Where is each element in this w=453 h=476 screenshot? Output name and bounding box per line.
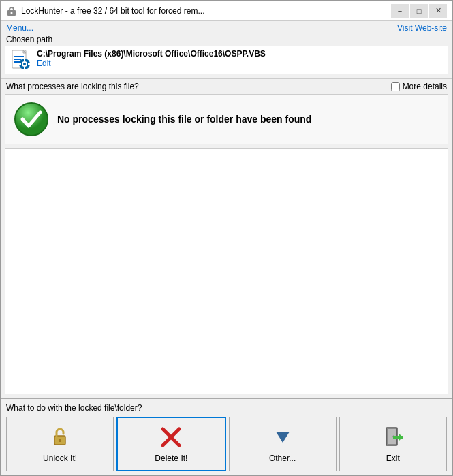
status-message: No processes locking this file or folder…	[57, 114, 311, 125]
menubar: Menu... Visit Web-site	[1, 21, 452, 35]
svg-marker-21	[276, 432, 290, 443]
titlebar: LockHunter - a free 32 / 64 bit tool for…	[1, 1, 452, 21]
main-window: LockHunter - a free 32 / 64 bit tool for…	[0, 0, 453, 476]
bottom-question: What to do with the locked file\folder?	[6, 403, 447, 413]
svg-point-2	[11, 12, 13, 14]
exit-label: Exit	[386, 454, 400, 463]
svg-point-15	[15, 103, 48, 136]
more-details-label: More details	[403, 82, 447, 91]
locking-header: What processes are locking this file? Mo…	[1, 78, 452, 94]
svg-rect-14	[28, 63, 30, 65]
bottom-section: What to do with the locked file\folder? …	[1, 398, 452, 475]
svg-point-10	[23, 63, 26, 65]
svg-rect-11	[24, 59, 25, 61]
app-icon	[6, 5, 17, 16]
path-text-block: C:\Program Files (x86)\Microsoft Office\…	[37, 49, 266, 68]
delete-icon	[159, 425, 183, 449]
svg-rect-18	[59, 440, 61, 442]
svg-rect-1	[10, 7, 14, 12]
delete-label: Delete It!	[155, 454, 187, 463]
titlebar-title: LockHunter - a free 32 / 64 bit tool for…	[21, 6, 391, 16]
titlebar-controls: − □ ✕	[391, 4, 447, 18]
more-details-checkbox[interactable]	[391, 82, 400, 91]
checkmark-icon	[14, 101, 49, 137]
process-list[interactable]	[5, 148, 448, 394]
svg-rect-6	[14, 59, 21, 60]
exit-icon	[381, 425, 405, 449]
path-box: C:\Program Files (x86)\Microsoft Office\…	[5, 46, 448, 74]
minimize-button[interactable]: −	[391, 4, 409, 18]
unlock-label: Unlock It!	[43, 454, 77, 463]
exit-button[interactable]: Exit	[339, 417, 447, 471]
menu-link[interactable]: Menu...	[6, 23, 33, 33]
locking-question: What processes are locking this file?	[6, 82, 139, 91]
chosen-path-label: Chosen path	[1, 35, 452, 46]
close-button[interactable]: ✕	[429, 4, 447, 18]
svg-rect-5	[14, 56, 24, 57]
unlock-icon	[48, 425, 72, 449]
edit-path-link[interactable]: Edit	[37, 59, 266, 68]
svg-rect-26	[393, 436, 403, 439]
maximize-button[interactable]: □	[410, 4, 428, 18]
other-icon	[270, 425, 295, 449]
other-button[interactable]: Other...	[229, 417, 337, 471]
status-area: No processes locking this file or folder…	[5, 94, 448, 144]
file-icon	[10, 49, 31, 71]
svg-rect-12	[24, 67, 25, 69]
file-path: C:\Program Files (x86)\Microsoft Office\…	[37, 49, 266, 59]
action-buttons: Unlock It! Delete It!	[6, 417, 447, 471]
more-details-container[interactable]: More details	[391, 82, 447, 91]
delete-button[interactable]: Delete It!	[116, 417, 225, 471]
other-label: Other...	[269, 454, 296, 463]
unlock-button[interactable]: Unlock It!	[6, 417, 114, 471]
visit-website-link[interactable]: Visit Web-site	[397, 23, 447, 33]
svg-rect-13	[19, 63, 21, 65]
